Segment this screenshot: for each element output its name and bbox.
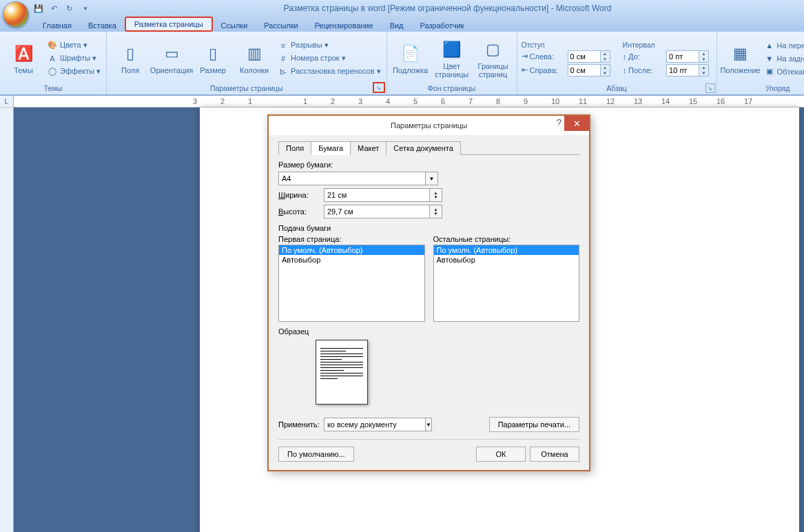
bring-front-button[interactable]: ▲На передний пл [763, 39, 804, 52]
redo-icon[interactable]: ↻ [63, 3, 74, 14]
themes-button[interactable]: 🅰️ Темы [4, 43, 43, 74]
page-setup-dialog: Параметры страницы ? ✕ Поля Бумага Макет… [267, 114, 590, 471]
vertical-ruler[interactable] [0, 108, 14, 532]
width-input[interactable] [324, 188, 430, 202]
page-setup-launcher[interactable]: ↘ [373, 82, 385, 93]
spacing-after-label: После: [628, 66, 664, 74]
dlg-tab-grid[interactable]: Сетка документа [386, 141, 461, 155]
paragraph-launcher[interactable]: ↘ [705, 83, 715, 93]
size-icon: ▯ [202, 43, 224, 65]
dlg-tab-fields[interactable]: Поля [278, 141, 311, 155]
default-button[interactable]: По умолчанию... [278, 447, 354, 462]
spacing-after-spinner[interactable]: ▲▼ [699, 64, 709, 76]
orientation-button[interactable]: ▭Ориентация [152, 43, 191, 74]
dialog-titlebar: Параметры страницы ? ✕ [269, 116, 589, 135]
indent-title: Отступ [522, 41, 610, 49]
send-back-button[interactable]: ▼На задний пл [763, 52, 804, 65]
page-bg-group-label: Фон страницы [391, 83, 513, 93]
spacing-after-input[interactable] [666, 64, 699, 76]
list-item[interactable]: По умолч. (Автовыбор) [434, 245, 579, 255]
indent-right-input[interactable] [568, 64, 601, 76]
columns-icon: ▥ [243, 43, 265, 65]
size-button[interactable]: ▯Размер [194, 43, 232, 74]
line-numbers-button[interactable]: #Номера строк ▾ [276, 52, 382, 65]
font-icon: A [47, 53, 58, 64]
spacing-after-icon: ↕ [623, 66, 627, 74]
spacing-before-icon: ↕ [623, 52, 627, 61]
list-item[interactable]: По умолч. (Автовыбор) [279, 245, 424, 255]
save-icon[interactable]: 💾 [33, 3, 44, 14]
print-options-button[interactable]: Параметры печати... [489, 417, 579, 432]
tab-references[interactable]: Ссылки [213, 19, 256, 32]
position-button[interactable]: ▦Положение [721, 43, 760, 74]
list-item[interactable]: Автовыбор [434, 255, 579, 265]
theme-effects-button[interactable]: ◯Эффекты ▾ [45, 65, 102, 78]
hyphenation-button[interactable]: b-Расстановка переносов ▾ [276, 65, 382, 78]
tab-view[interactable]: Вид [382, 19, 412, 32]
dlg-tab-paper[interactable]: Бумага [311, 141, 351, 155]
indent-left-input[interactable] [568, 50, 601, 63]
themes-group-label: Темы [4, 83, 102, 93]
height-input[interactable] [324, 205, 430, 218]
tab-page-layout[interactable]: Разметка страницы [125, 17, 213, 32]
page-setup-group-label: Параметры страницы [111, 83, 382, 93]
horizontal-ruler[interactable]: 321 123 456 789 101112 131415 1617 [14, 96, 804, 107]
group-page-setup: ▯Поля ▭Ориентация ▯Размер ▥Колонки ≡Разр… [107, 32, 387, 94]
columns-button[interactable]: ▥Колонки [235, 43, 274, 74]
dialog-close-button[interactable]: ✕ [564, 116, 589, 131]
indent-left-spinner[interactable]: ▲▼ [601, 50, 610, 63]
paper-size-label: Размер бумаги: [278, 161, 579, 169]
width-label: Ширина: [278, 191, 320, 199]
back-icon: ▼ [764, 53, 775, 64]
height-label: Высота: [278, 207, 320, 216]
group-arrange: ▦Положение ▲На передний пл ▼На задний пл… [717, 32, 804, 94]
paper-size-dropdown-icon[interactable]: ▼ [426, 172, 438, 185]
indent-left-label: Слева: [530, 52, 566, 61]
qat-more-icon[interactable]: ▼ [80, 3, 91, 14]
dialog-title: Параметры страницы [391, 121, 467, 130]
indent-left-icon: ⇥ [522, 52, 528, 61]
tab-main[interactable]: Главная [34, 19, 80, 32]
height-spinner[interactable]: ▲▼ [430, 205, 442, 218]
cancel-button[interactable]: Отмена [530, 447, 579, 462]
list-item[interactable]: Автовыбор [279, 255, 424, 265]
indent-right-icon: ⇤ [522, 65, 528, 74]
watermark-button[interactable]: 📄Подложка [391, 43, 430, 74]
arrange-group-label: Упоряд [721, 83, 804, 93]
ok-button[interactable]: ОК [476, 447, 526, 462]
page-color-button[interactable]: 🟦Цвет страницы [433, 39, 471, 79]
page-borders-button[interactable]: ▢Границы страниц [474, 39, 513, 79]
apply-combo[interactable] [324, 418, 426, 431]
theme-colors-button[interactable]: 🎨Цвета ▾ [45, 39, 102, 52]
dlg-tab-layout[interactable]: Макет [350, 141, 386, 155]
tab-review[interactable]: Рецензирование [307, 19, 382, 32]
first-page-listbox[interactable]: По умолч. (Автовыбор) Автовыбор [278, 245, 425, 322]
paragraph-group-label: Абзац [522, 83, 712, 93]
spacing-before-spinner[interactable]: ▲▼ [699, 50, 709, 63]
ruler-corner[interactable]: L [0, 96, 14, 107]
other-pages-listbox[interactable]: По умолч. (Автовыбор) Автовыбор [433, 245, 580, 322]
apply-dropdown-icon[interactable]: ▼ [426, 418, 432, 431]
undo-icon[interactable]: ↶ [48, 3, 59, 14]
tab-insert[interactable]: Вставка [80, 19, 125, 32]
orientation-icon: ▭ [161, 43, 183, 65]
margins-button[interactable]: ▯Поля [111, 43, 150, 74]
indent-right-label: Справа: [530, 66, 566, 74]
breaks-button[interactable]: ≡Разрывы ▾ [276, 39, 382, 52]
paper-size-combo[interactable] [278, 172, 426, 185]
position-icon: ▦ [730, 43, 752, 65]
tab-developer[interactable]: Разработчик [412, 19, 473, 32]
width-spinner[interactable]: ▲▼ [430, 188, 442, 202]
ribbon: 🅰️ Темы 🎨Цвета ▾ AШрифты ▾ ◯Эффекты ▾ Те… [0, 32, 804, 95]
text-wrap-button[interactable]: ▣Обтекание те [763, 65, 804, 78]
theme-fonts-button[interactable]: AШрифты ▾ [45, 52, 102, 65]
effects-icon: ◯ [47, 66, 58, 77]
tab-mailings[interactable]: Рассылки [256, 19, 306, 32]
ribbon-tabs: Главная Вставка Разметка страницы Ссылки… [0, 17, 804, 32]
spacing-before-input[interactable] [666, 50, 699, 63]
indent-right-spinner[interactable]: ▲▼ [601, 64, 610, 76]
dialog-help-icon[interactable]: ? [557, 117, 561, 127]
office-button[interactable] [3, 1, 29, 28]
spacing-before-label: До: [628, 52, 664, 61]
borders-icon: ▢ [482, 39, 504, 61]
